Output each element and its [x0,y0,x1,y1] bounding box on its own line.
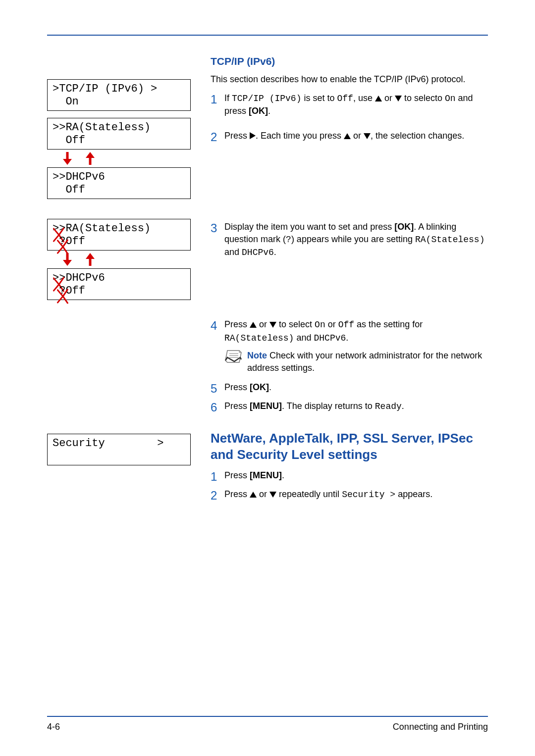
lcd-text-fragment: Off [65,285,85,297]
code-text: Security > [342,490,395,500]
chapter-title: Connecting and Printing [393,722,488,732]
step-number: 1 [211,468,224,485]
code-text: TCP/IP (IPv6) [232,94,301,103]
key-label: [MENU] [250,470,282,480]
text-fragment: is set to [301,93,337,103]
code-text: DHCPv6 [242,248,274,257]
triangle-down-icon [269,322,276,328]
key-label: [MENU] [250,401,282,411]
lcd-dhcpv6: >>DHCPv6 Off [47,167,191,199]
lcd-line: ?Off [53,285,185,298]
note-text: Note Check with your network administrat… [247,350,488,374]
text-fragment: Press [224,489,250,499]
text-fragment: . [269,382,271,392]
step-number: 2 [211,487,224,504]
triangle-down-icon [364,133,371,139]
code-text: Off [337,94,353,103]
text-fragment: or [382,93,395,103]
step-spacer [211,146,488,221]
lcd-line: Off [53,134,185,147]
steps-list-tcpip: 1 If TCP/IP (IPv6) is set to Off, use or… [211,92,488,415]
code-text: Off [338,320,354,330]
text-fragment: to select [276,319,315,329]
step-body: Press or repeatedly until Security > app… [224,488,488,501]
right-column: TCP/IP (IPv6) This section describes how… [201,55,488,504]
text-fragment: . [274,247,276,257]
text-fragment: to selecto [402,93,445,103]
triangle-down-icon [269,492,276,498]
triangle-up-icon [375,96,382,101]
text-fragment: . [346,333,348,343]
code-text: DHCPv6 [314,333,346,343]
text-fragment: as the setting for [354,319,423,329]
arrow-down-icon [62,253,73,266]
step-number: 4 [211,317,224,334]
step-body: Display the item you want to set and pre… [224,221,488,259]
top-divider [47,35,488,36]
note-icon [224,349,242,367]
code-text: RA(Stateless) [224,333,294,343]
step-item: 5 Press [OK]. [211,381,488,397]
code-text: On [315,320,325,330]
step-spacer [211,120,488,130]
triangle-up-icon [344,133,351,139]
step-body: Press . Each time you press or , the sel… [224,130,488,142]
text-fragment: . [402,401,404,411]
lcd-ra-stateless: >>RA(Stateless) Off [47,118,191,150]
lcd-line: >TCP/IP (IPv6) > [53,83,185,96]
step-body: Press [OK]. [224,381,488,394]
text-fragment: Press [224,401,250,411]
key-label: [OK] [249,106,268,116]
text-fragment: Check with your network administrator fo… [247,351,482,373]
step-item: 1 Press [MENU]. [211,469,488,485]
step-number: 1 [211,91,224,108]
lcd-line: Off [53,184,185,197]
step-body: Press [MENU]. The display returns to Rea… [224,400,488,413]
code-text: On [445,94,456,103]
text-fragment: . [268,106,270,116]
code-text: ? [286,235,291,245]
triangle-up-icon [250,492,257,498]
step-number: 5 [211,380,224,397]
text-fragment: ) appears while you are setting [291,234,415,244]
lcd-text-fragment: RA(Stateless) [65,222,151,235]
text-fragment: If [224,93,232,103]
text-fragment: . The display returns to [282,401,375,411]
step-body: Press [MENU]. [224,469,488,482]
arrow-down-icon [62,152,73,165]
text-fragment: repeatedly until [276,489,342,499]
lcd-text-fragment: Off [65,235,85,248]
steps-list-netware: 1 Press [MENU]. 2 Press or repeatedly un… [211,469,488,504]
step-item: 6 Press [MENU]. The display returns to R… [211,400,488,416]
step-item: 2 Press . Each time you press or , the s… [211,130,488,146]
text-fragment: or [257,489,269,499]
code-text: RA(Stateless) [415,235,484,245]
code-text: Ready [375,402,402,411]
triangle-up-icon [250,322,257,328]
text-fragment: Press [224,319,250,329]
key-label: [OK] [250,382,269,392]
triangle-down-icon [395,96,402,101]
step-item: 2 Press or repeatedly until Security > a… [211,488,488,504]
lcd-line: >>RA(Stateless) [53,222,185,235]
key-label: [OK] [394,222,414,232]
step-number: 2 [211,129,224,146]
nav-arrows [47,252,201,266]
text-fragment: and [224,247,242,257]
text-fragment: and [294,333,314,343]
step-number: 6 [211,399,224,416]
arrow-up-icon [85,152,96,165]
svg-marker-5 [63,260,72,266]
text-fragment: or [257,319,269,329]
text-fragment: , use [353,93,375,103]
step-spacer [211,259,488,318]
lcd-security: Security > [47,434,191,465]
text-fragment: . Each time you press [256,131,344,141]
step-item: 4 Press or to select On or Off as the se… [211,318,488,381]
lcd-tcpip-ipv6: >TCP/IP (IPv6) > On [47,79,191,111]
intro-text: This section describes how to enable the… [211,73,488,85]
text-fragment: Press [224,470,250,480]
text-fragment: or [325,319,338,329]
page-footer: 4-6 Connecting and Printing [47,716,488,732]
page-number: 4-6 [47,722,60,732]
